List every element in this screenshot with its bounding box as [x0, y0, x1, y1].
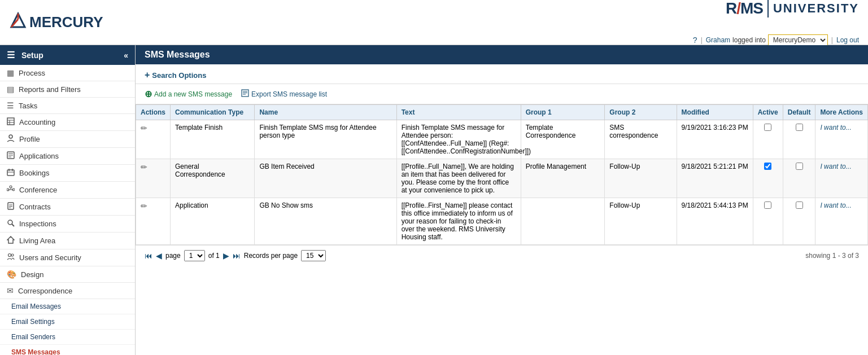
default-checkbox[interactable] — [796, 201, 803, 209]
cell-group2: Follow-Up — [605, 198, 677, 245]
menu-icon: ☰ — [7, 50, 15, 60]
default-checkbox[interactable] — [796, 124, 803, 131]
email-messages-label: Email Messages — [11, 303, 61, 310]
records-per-page-selector[interactable]: 15 25 50 — [301, 250, 326, 261]
cell-action: ✏ — [136, 159, 171, 198]
prev-page-btn[interactable]: ◀ — [156, 251, 162, 260]
table-row: ✏General CorrespondenceGB Item Received[… — [136, 159, 868, 198]
add-icon: ⊕ — [145, 89, 152, 99]
more-actions-link[interactable]: I want to... — [820, 124, 851, 132]
col-group1: Group 1 — [521, 105, 605, 120]
expand-icon: + — [145, 70, 150, 80]
cell-default — [783, 120, 815, 159]
sidebar-item-label: Bookings — [19, 169, 49, 177]
cell-group2: Follow-Up — [605, 159, 677, 198]
table-row: ✏ApplicationGB No Show sms[[Profile..Fir… — [136, 198, 868, 245]
sidebar-item-bookings[interactable]: Bookings — [0, 165, 135, 182]
sidebar-subitem-email-senders[interactable]: Email Senders — [0, 330, 135, 345]
sidebar-item-label: Correspondence — [18, 287, 72, 295]
sidebar-subitem-email-settings[interactable]: Email Settings — [0, 314, 135, 330]
sidebar-item-correspondence[interactable]: ✉ Correspondence — [0, 283, 135, 299]
add-sms-link[interactable]: ⊕ Add a new SMS message — [145, 89, 232, 99]
page-label: page — [165, 252, 181, 260]
active-checkbox[interactable] — [764, 201, 771, 209]
search-options-label: Search Options — [152, 71, 206, 80]
sidebar-item-process[interactable]: ▦ Process — [0, 65, 135, 81]
sidebar-item-contracts[interactable]: Contracts — [0, 199, 135, 216]
active-checkbox[interactable] — [764, 163, 771, 170]
sidebar-header-label: Setup — [21, 51, 43, 60]
sidebar-item-label: Accounting — [19, 118, 55, 126]
logo-area: MERCURY — [9, 11, 103, 33]
col-modified: Modified — [677, 105, 753, 120]
main-layout: ☰ Setup « ▦ Process ▤ Reports and Filter… — [0, 45, 868, 355]
svg-point-16 — [10, 186, 12, 188]
cell-modified: 9/19/2021 3:16:23 PM — [677, 120, 753, 159]
col-comm-type: Communication Type — [171, 105, 255, 120]
col-name: Name — [255, 105, 396, 120]
sidebar-item-applications[interactable]: Applications — [0, 148, 135, 165]
sidebar-item-label: Contracts — [19, 203, 51, 211]
page-selector[interactable]: 1 — [184, 250, 205, 261]
sidebar-item-reports[interactable]: ▤ Reports and Filters — [0, 81, 135, 98]
more-actions-link[interactable]: I want to... — [820, 163, 851, 170]
help-icon[interactable]: ? — [693, 36, 697, 45]
cell-more-actions: I want to... — [815, 159, 868, 198]
sidebar-item-design[interactable]: 🎨 Design — [0, 266, 135, 283]
sidebar-item-conference[interactable]: Conference — [0, 182, 135, 199]
last-page-btn[interactable]: ⏭ — [233, 251, 241, 260]
next-page-btn[interactable]: ▶ — [223, 251, 229, 260]
sidebar-item-inspections[interactable]: Inspections — [0, 216, 135, 233]
cell-action: ✏ — [136, 120, 171, 159]
export-sms-link[interactable]: Export SMS message list — [241, 89, 327, 99]
sidebar-item-profile[interactable]: Profile — [0, 131, 135, 148]
demo-selector[interactable]: MercuryDemo Production Test — [768, 34, 828, 46]
sidebar-item-label: Conference — [19, 186, 57, 194]
more-actions-link[interactable]: I want to... — [820, 201, 851, 209]
sidebar-subitem-sms-messages[interactable]: SMS Messages — [0, 345, 135, 355]
sms-messages-label: SMS Messages — [11, 348, 60, 355]
add-label: Add a new SMS message — [154, 90, 232, 98]
cell-group1 — [521, 198, 605, 245]
logout-link[interactable]: Log out — [836, 36, 859, 44]
svg-point-29 — [8, 254, 11, 257]
cell-modified: 9/18/2021 5:44:13 PM — [677, 198, 753, 245]
active-checkbox[interactable] — [764, 124, 771, 131]
cell-comm-type: Template Finish — [171, 120, 255, 159]
sidebar-item-tasks[interactable]: ☰ Tasks — [0, 98, 135, 114]
edit-icon[interactable]: ✏ — [141, 201, 147, 211]
sidebar-item-label: Process — [19, 69, 45, 77]
records-per-page-label: Records per page — [244, 252, 298, 260]
svg-line-27 — [12, 224, 14, 226]
reports-icon: ▤ — [7, 85, 14, 94]
sidebar-header[interactable]: ☰ Setup « — [0, 45, 135, 65]
sidebar-subitem-email-messages[interactable]: Email Messages — [0, 299, 135, 314]
user-bar: ? | Graham logged into MercuryDemo Produ… — [693, 34, 859, 46]
cell-more-actions: I want to... — [815, 120, 868, 159]
sidebar-item-users-security[interactable]: Users and Security — [0, 249, 135, 266]
users-security-icon — [7, 253, 15, 262]
cell-comm-type: General Correspondence — [171, 159, 255, 198]
content-area: SMS Messages + Search Options ⊕ Add a ne… — [136, 45, 868, 355]
user-link[interactable]: Graham — [706, 36, 730, 44]
cell-text: [[Profile..First_Name]] please contact t… — [396, 198, 521, 245]
search-options-link[interactable]: + Search Options — [145, 70, 859, 80]
mercury-logo: MERCURY — [9, 11, 103, 33]
sidebar-item-accounting[interactable]: Accounting — [0, 114, 135, 131]
svg-point-7 — [9, 135, 12, 138]
email-settings-label: Email Settings — [11, 318, 55, 326]
edit-icon[interactable]: ✏ — [141, 124, 147, 133]
cell-group2: SMS correspondence — [605, 120, 677, 159]
rms-slash: / — [736, 0, 740, 17]
svg-point-30 — [11, 254, 14, 256]
bookings-icon — [7, 168, 15, 178]
default-checkbox[interactable] — [796, 163, 803, 170]
cell-comm-type: Application — [171, 198, 255, 245]
sidebar-item-living-area[interactable]: Living Area — [0, 233, 135, 249]
export-icon — [241, 89, 249, 99]
collapse-icon[interactable]: « — [124, 51, 128, 60]
edit-icon[interactable]: ✏ — [141, 163, 147, 172]
table-container: Actions Communication Type Name Text Gro… — [136, 104, 868, 245]
cell-default — [783, 198, 815, 245]
first-page-btn[interactable]: ⏮ — [145, 251, 152, 260]
